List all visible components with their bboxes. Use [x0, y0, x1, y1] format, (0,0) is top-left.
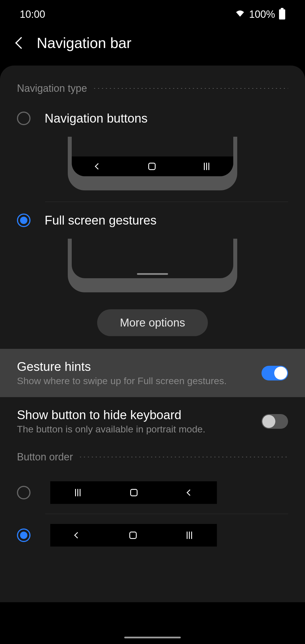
hide-keyboard-subtitle: The button is only available in portrait…	[17, 424, 262, 435]
status-time: 10:00	[20, 8, 45, 20]
divider	[45, 202, 288, 202]
navbar-preview-buttons	[72, 156, 233, 176]
section-header-button-order: Button order	[0, 445, 305, 471]
system-gesture-bar[interactable]	[124, 637, 181, 638]
section-header-nav-type: Navigation type	[0, 77, 305, 103]
battery-percent: 100%	[249, 8, 275, 20]
gesture-bar-preview	[137, 273, 168, 275]
preview-nav-buttons	[0, 134, 305, 199]
option-label-gestures: Full screen gestures	[45, 213, 156, 227]
back-icon[interactable]	[15, 37, 27, 49]
section-label-button-order: Button order	[17, 451, 73, 463]
header: Navigation bar	[0, 26, 305, 66]
recents-nav-icon	[204, 163, 209, 170]
wifi-icon	[235, 8, 245, 20]
option-gestures[interactable]: Full screen gestures	[0, 205, 305, 236]
recents-nav-icon	[187, 532, 192, 539]
order-option-recents-first[interactable]	[0, 471, 305, 514]
more-options-button[interactable]: More options	[97, 309, 208, 336]
option-nav-buttons[interactable]: Navigation buttons	[0, 103, 305, 134]
recents-nav-icon	[75, 489, 80, 496]
item-hide-keyboard[interactable]: Show button to hide keyboard The button …	[0, 397, 305, 445]
preview-gestures	[0, 236, 305, 301]
toggle-hide-keyboard[interactable]	[262, 414, 288, 429]
divider-dotted	[93, 88, 288, 89]
radio-order-back-first[interactable]	[17, 528, 30, 542]
home-nav-icon	[130, 489, 138, 496]
toggle-gesture-hints[interactable]	[262, 366, 288, 380]
gesture-hints-title: Gesture hints	[17, 360, 262, 374]
hide-keyboard-title: Show button to hide keyboard	[17, 408, 262, 422]
radio-nav-buttons[interactable]	[17, 112, 30, 125]
home-nav-icon	[129, 532, 137, 539]
option-label-nav-buttons: Navigation buttons	[45, 111, 147, 125]
order-preview-recents-first	[50, 481, 217, 504]
gesture-hints-subtitle: Show where to swipe up for Full screen g…	[17, 375, 262, 386]
order-preview-back-first	[50, 524, 217, 547]
radio-gestures[interactable]	[17, 214, 30, 227]
battery-icon	[279, 9, 285, 19]
section-label-nav-type: Navigation type	[17, 82, 87, 94]
divider-dotted	[79, 457, 288, 457]
radio-order-recents-first[interactable]	[17, 486, 30, 499]
status-right: 100%	[235, 8, 285, 20]
status-bar: 10:00 100%	[0, 0, 305, 26]
home-nav-icon	[148, 163, 156, 170]
back-nav-icon	[186, 489, 193, 496]
item-gesture-hints[interactable]: Gesture hints Show where to swipe up for…	[0, 349, 305, 397]
order-option-back-first[interactable]	[0, 514, 305, 556]
page-title: Navigation bar	[37, 34, 131, 51]
back-nav-icon	[95, 163, 101, 170]
back-nav-icon	[74, 532, 81, 539]
content-card: Navigation type Navigation buttons Full …	[0, 66, 305, 602]
